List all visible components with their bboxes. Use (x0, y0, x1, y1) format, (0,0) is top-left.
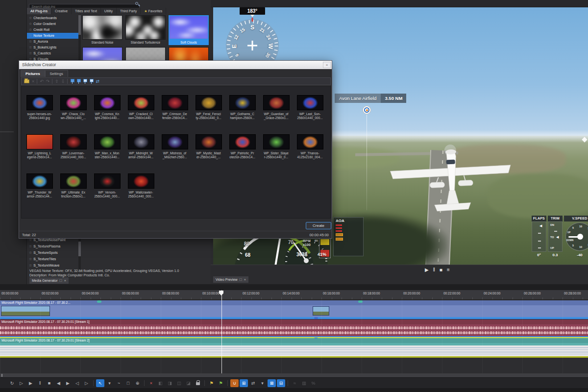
plugin-item-s-caustics[interactable]: ☆S_Caustics (27, 50, 78, 56)
picture-item[interactable]: WP_Crimson_De fender-2560x14... (158, 95, 192, 120)
group-icon[interactable]: % (309, 379, 318, 387)
flat-audio-event[interactable] (0, 345, 588, 356)
picture-thumbnail[interactable] (297, 134, 323, 149)
picture-thumbnail[interactable] (60, 95, 87, 110)
picture-thumbnail[interactable] (94, 134, 121, 149)
picture-thumbnail[interactable] (297, 95, 323, 110)
playhead-cursor[interactable] (221, 290, 222, 373)
plugin-item-color-gradient[interactable]: ☆Color Gradient (27, 21, 78, 27)
favorite-toggle-icon[interactable]: ☆ (29, 34, 32, 37)
picture-item[interactable]: WP_Gothams_C hampion-2560x... (225, 95, 259, 120)
favorite-toggle-icon[interactable]: ☆ (29, 28, 32, 31)
plugin-tab-creative[interactable]: Creative (51, 8, 72, 14)
ripple-icon[interactable]: ⇄ (249, 379, 257, 387)
picture-item[interactable]: WP_Cosmos_Kn ight-2560x1440... (90, 95, 124, 120)
picture-item[interactable]: WP_Last_Son- 2560x1440_000... (293, 95, 327, 120)
picture-thumbnail[interactable] (263, 134, 290, 149)
envelope-tool-icon[interactable]: ~ (115, 379, 123, 387)
play-icon[interactable]: ▶ (26, 379, 35, 387)
picture-item[interactable]: super-heroes-on- 2560x1440.jpg (23, 95, 56, 120)
delete-icon[interactable]: × (147, 379, 155, 387)
region-icon[interactable]: ⚑ (217, 379, 225, 387)
favorite-toggle-icon[interactable]: ☆ (29, 46, 32, 49)
picture-thumbnail[interactable] (196, 95, 222, 110)
plugin-tab-all-plug-ins[interactable]: All Plug-ins (27, 8, 51, 14)
zoom-tool-icon[interactable]: ⊕ (133, 379, 142, 387)
picture-item[interactable]: WP_Mystic_Mast er-2560x1440_... (192, 134, 225, 159)
go-to-start-icon[interactable]: ◀ (54, 379, 63, 387)
picture-item[interactable]: WP_Ultimate_Ex tinction-2560x1... (56, 173, 90, 198)
video-event-thumbnail[interactable] (313, 306, 329, 316)
close-icon[interactable]: × (323, 62, 331, 68)
picture-thumbnail[interactable] (196, 134, 222, 149)
video-preview-tab[interactable]: Video Preview □ × (213, 276, 248, 283)
picture-thumbnail[interactable] (162, 95, 188, 110)
ripple-dropdown-icon[interactable]: ▾ (258, 379, 267, 387)
stop-icon[interactable]: ■ (45, 379, 53, 387)
play-from-start-icon[interactable]: ▷ (17, 379, 25, 387)
plugin-tab-third-party[interactable]: Third Party (117, 8, 141, 14)
play-icon[interactable]: ▶ (425, 267, 429, 272)
favorite-toggle-icon[interactable]: ☆ (29, 22, 32, 25)
shuffle-icon[interactable]: ⇄ (96, 77, 99, 85)
close-icon[interactable]: × (64, 279, 66, 283)
plugin-item-s-bokehlights[interactable]: ☆S_BokehLights (27, 45, 78, 50)
stream2-track-title[interactable]: Microsoft Flight Simulator 2020.08.17 - … (0, 338, 588, 343)
close-icon[interactable]: × (244, 278, 246, 282)
picture-item[interactable]: WP_Feral_Feroci ty-2560x1440_0... (192, 95, 225, 120)
media-generator-tab[interactable]: Media Generator □ × (29, 277, 69, 284)
picture-thumbnail[interactable] (263, 95, 290, 110)
preset-soft-clouds[interactable]: Soft Clouds (169, 15, 209, 45)
plugin-item-s-texturetiles[interactable]: ☆S_TextureTiles (27, 256, 78, 262)
marker-icon[interactable]: ⚑ (207, 379, 216, 387)
picture-item[interactable]: WP_Cracked_Cl own-2560x1440... (124, 95, 158, 120)
picture-item[interactable]: WP_Thanos- 4125x2160_004... (293, 134, 327, 159)
timeline-scrollbar[interactable] (0, 373, 588, 377)
picture-thumbnail[interactable] (128, 134, 154, 149)
pause-icon[interactable]: ‖ (433, 267, 435, 272)
preset-standard-turbulence[interactable]: Standard Turbulence (125, 15, 166, 45)
picture-thumbnail[interactable] (26, 173, 53, 189)
selection-edit-icon[interactable]: □ (124, 379, 132, 387)
split-icon[interactable]: ◫ (175, 379, 183, 387)
favorite-toggle-icon[interactable]: ☆ (29, 257, 32, 261)
go-to-end-icon[interactable]: ▶ (64, 379, 72, 387)
remove-picture-icon[interactable]: × (32, 77, 34, 85)
plugin-tab-titles-and-text[interactable]: Titles and Text (72, 8, 101, 14)
picture-item[interactable]: WP_Midnight_W arrior-2560x144... (124, 134, 158, 159)
plugin-item-credit-roll[interactable]: ☆Credit Roll (27, 27, 78, 33)
sort-pin-2-icon[interactable] (76, 79, 80, 84)
video-track-event[interactable] (0, 305, 588, 317)
picture-item[interactable]: WP_Wallcrawler- 2560x1440_000... (124, 173, 158, 198)
picture-thumbnail[interactable] (26, 95, 53, 110)
event-marker-icon[interactable] (314, 317, 318, 319)
prev-frame-icon[interactable]: ◁ (73, 379, 81, 387)
picture-thumbnail[interactable] (60, 173, 87, 189)
tool-dropdown-icon[interactable]: ▾ (105, 379, 114, 387)
search-icon[interactable] (135, 2, 138, 5)
sort-pin-1-icon[interactable] (70, 79, 74, 84)
envelope-lock-icon[interactable]: ⊟ (277, 379, 285, 387)
picture-thumbnail[interactable] (128, 95, 154, 110)
picture-item[interactable]: WP_Man_x_Mon ster-2560x1440... (90, 134, 124, 159)
picture-thumbnail[interactable] (94, 173, 121, 189)
plugin-item-s-textureweave[interactable]: ☆S_TextureWeave (27, 262, 78, 269)
plugin-item-s-textureplasma[interactable]: ☆S_TexturePlasma (27, 243, 78, 249)
favorite-toggle-icon[interactable]: ☆ (29, 251, 32, 254)
add-pictures-icon[interactable] (24, 79, 29, 83)
tree2-scrollbar[interactable] (78, 237, 81, 269)
slip-icon[interactable]: ◪ (184, 379, 193, 387)
sort-pin-3-icon[interactable] (83, 79, 87, 84)
normalize-icon[interactable]: ≈ (291, 379, 299, 387)
rotate-right-icon[interactable]: ↷ (46, 77, 50, 85)
favorite-toggle-icon[interactable]: ☆ (29, 40, 32, 43)
audio-track-event[interactable] (0, 324, 588, 336)
dialog-titlebar[interactable]: Slideshow Creator (19, 61, 332, 69)
video-track-title[interactable]: Microsoft Flight Simulator 2020.08.17 - … (0, 300, 588, 305)
stop-icon[interactable]: ■ (440, 267, 442, 272)
create-button[interactable]: Create (306, 222, 331, 229)
favorite-toggle-icon[interactable]: ☆ (29, 51, 32, 55)
picture-thumbnail[interactable] (60, 134, 87, 149)
trim-right-icon[interactable]: ◨ (166, 379, 174, 387)
menu-icon[interactable]: ≡ (447, 267, 450, 272)
